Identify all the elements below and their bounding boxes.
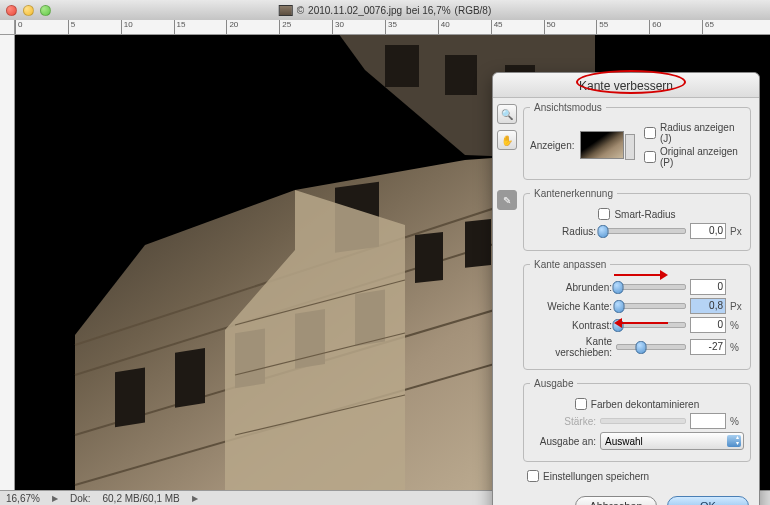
ruler-tick: 55	[596, 20, 608, 34]
refine-edge-dialog: Kante verbessern 🔍 ✋ ✎ Ansichtsmodus Anz…	[492, 72, 760, 505]
svg-rect-8	[175, 348, 205, 408]
radius-unit: Px	[730, 226, 744, 237]
ruler-tick: 5	[68, 20, 75, 34]
hand-icon: ✋	[501, 135, 513, 146]
dialog-toolstrip: 🔍 ✋ ✎	[493, 98, 521, 490]
smart-radius-checkbox[interactable]: Smart-Radius	[598, 208, 675, 220]
ruler-corner	[0, 20, 15, 35]
smooth-slider[interactable]	[616, 284, 686, 290]
show-original-checkbox[interactable]: Original anzeigen (P)	[644, 146, 744, 168]
radius-input[interactable]: 0,0	[690, 223, 726, 239]
refine-brush-button[interactable]: ✎	[497, 190, 517, 210]
edge-detection-legend: Kantenerkennung	[530, 188, 617, 199]
window-title: © 2010.11.02_0076.jpg bei 16,7% (RGB/8)	[279, 5, 492, 16]
ruler-tick: 0	[15, 20, 22, 34]
view-mode-group: Ansichtsmodus Anzeigen: Radius anzeigen …	[523, 102, 751, 180]
amount-input	[690, 413, 726, 429]
dialog-title: Kante verbessern	[493, 73, 759, 98]
cancel-button[interactable]: Abbrechen	[575, 496, 657, 505]
shift-edge-unit: %	[730, 342, 744, 353]
ruler-tick: 60	[649, 20, 661, 34]
traffic-lights	[6, 5, 51, 16]
shift-edge-input[interactable]: -27	[690, 339, 726, 355]
contrast-label: Kontrast:	[530, 320, 612, 331]
document-proxy-icon	[279, 5, 293, 16]
workspace: 0 5 10 15 20 25 30 35 40 45 50 55 60 65	[0, 20, 770, 505]
close-window-button[interactable]	[6, 5, 17, 16]
ruler-tick: 35	[385, 20, 397, 34]
ruler-tick: 25	[279, 20, 291, 34]
shift-edge-label: Kante verschieben:	[530, 336, 612, 358]
title-colorspace: (RGB/8)	[455, 5, 492, 16]
zoom-icon: 🔍	[501, 109, 513, 120]
amount-slider	[600, 418, 686, 424]
zoom-window-button[interactable]	[40, 5, 51, 16]
status-zoom[interactable]: 16,67%	[6, 493, 40, 504]
ruler-tick: 10	[121, 20, 133, 34]
show-radius-checkbox[interactable]: Radius anzeigen (J)	[644, 122, 744, 144]
svg-rect-13	[465, 219, 491, 268]
brush-icon: ✎	[503, 195, 511, 206]
window-titlebar: © 2010.11.02_0076.jpg bei 16,7% (RGB/8)	[0, 0, 770, 20]
radius-label: Radius:	[530, 226, 596, 237]
status-doc-value: 60,2 MB/60,1 MB	[102, 493, 179, 504]
amount-unit: %	[730, 416, 744, 427]
decontaminate-checkbox[interactable]: Farben dekontaminieren	[575, 398, 699, 410]
hand-tool-button[interactable]: ✋	[497, 130, 517, 150]
output-legend: Ausgabe	[530, 378, 577, 389]
contrast-slider[interactable]	[616, 322, 686, 328]
disclosure-icon[interactable]: ▶	[192, 494, 198, 503]
svg-rect-7	[115, 368, 145, 428]
ruler-tick: 65	[702, 20, 714, 34]
zoom-tool-button[interactable]: 🔍	[497, 104, 517, 124]
ruler-tick: 15	[174, 20, 186, 34]
title-zoom: bei 16,7%	[406, 5, 450, 16]
feather-unit: Px	[730, 301, 744, 312]
minimize-window-button[interactable]	[23, 5, 34, 16]
svg-rect-15	[385, 45, 419, 87]
feather-slider[interactable]	[616, 303, 686, 309]
output-to-label: Ausgabe an:	[530, 436, 596, 447]
output-group: Ausgabe Farben dekontaminieren Stärke: %…	[523, 378, 751, 462]
feather-label: Weiche Kante:	[530, 301, 612, 312]
contrast-input[interactable]: 0	[690, 317, 726, 333]
radius-slider[interactable]	[600, 228, 686, 234]
output-to-select[interactable]: Auswahl	[600, 432, 744, 450]
ruler-vertical	[0, 35, 15, 490]
ruler-tick: 40	[438, 20, 450, 34]
ruler-tick: 50	[544, 20, 556, 34]
view-mode-legend: Ansichtsmodus	[530, 102, 606, 113]
adjust-edge-legend: Kante anpassen	[530, 259, 610, 270]
status-doc-label: Dok:	[70, 493, 91, 504]
feather-input[interactable]: 0,8	[690, 298, 726, 314]
shift-edge-slider[interactable]	[616, 344, 686, 350]
ruler-tick: 30	[332, 20, 344, 34]
preview-thumbnail-picker[interactable]	[580, 131, 624, 159]
ruler-horizontal: 0 5 10 15 20 25 30 35 40 45 50 55 60 65	[15, 20, 770, 35]
ruler-tick: 45	[491, 20, 503, 34]
adjust-edge-group: Kante anpassen Abrunden: 0 Weiche Kante:…	[523, 259, 751, 370]
contrast-unit: %	[730, 320, 744, 331]
title-filename: 2010.11.02_0076.jpg	[308, 5, 402, 16]
disclosure-icon[interactable]: ▶	[52, 494, 58, 503]
smooth-input[interactable]: 0	[690, 279, 726, 295]
edge-detection-group: Kantenerkennung Smart-Radius Radius: 0,0…	[523, 188, 751, 251]
svg-rect-16	[445, 55, 477, 95]
title-prefix: ©	[297, 5, 304, 16]
remember-settings-checkbox[interactable]: Einstellungen speichern	[527, 470, 751, 482]
smooth-label: Abrunden:	[530, 282, 612, 293]
amount-label: Stärke:	[530, 416, 596, 427]
ok-button[interactable]: OK	[667, 496, 749, 505]
ruler-tick: 20	[226, 20, 238, 34]
svg-rect-12	[415, 232, 443, 283]
preview-label: Anzeigen:	[530, 140, 574, 151]
